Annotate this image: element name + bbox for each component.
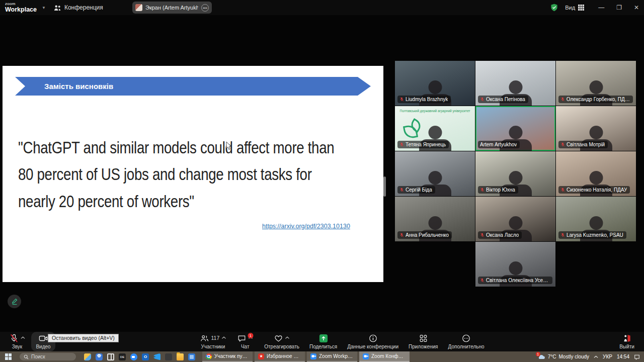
tab-screen-share-label: Экран (Artem Artyukhov) <box>145 5 198 11</box>
participant-tile[interactable]: Artem Artyukhov <box>475 106 555 151</box>
taskbar-window-favorites[interactable]: ★ Избранное – (1208) <box>255 351 305 362</box>
grid-view-icon <box>578 5 584 11</box>
weather-temp: 7°C <box>548 354 556 359</box>
taskbar-window-browser[interactable]: Участник публикаци... <box>202 351 253 362</box>
code-app-icon[interactable]: DE <box>119 353 126 360</box>
share-screen-icon <box>318 334 328 343</box>
shared-screen-slide: Замість висновків "ChatGPT and similar m… <box>3 66 383 282</box>
participants-button[interactable]: 117 Участники <box>197 332 229 351</box>
meeting-info-label: Данные конференции <box>347 344 398 349</box>
participant-tile[interactable]: Оксана Петінова <box>475 61 555 106</box>
tab-more-icon[interactable]: ••• <box>201 4 209 12</box>
leave-door-icon <box>622 334 631 343</box>
more-label: Дополнительно <box>448 344 485 349</box>
apps-button[interactable]: Приложения <box>406 332 441 351</box>
chrome-icon <box>206 353 212 359</box>
start-button[interactable] <box>5 353 12 360</box>
taskbar-window-zoom-meeting[interactable]: Zoom Конференция <box>359 351 410 362</box>
tray-chevron-icon[interactable] <box>594 355 598 358</box>
weather-condition: Mostly cloudy <box>559 354 590 359</box>
action-center-icon[interactable] <box>634 354 640 360</box>
view-button[interactable]: Вид <box>565 5 584 11</box>
slide-quote: "ChatGPT and similar models could affect… <box>18 134 377 215</box>
mic-muted-icon <box>480 97 485 102</box>
participant-name-label: Світлана Олексіївна Усенко <box>478 277 552 284</box>
participant-name: Тетяна Япринець <box>406 142 446 147</box>
participants-chevron-icon[interactable] <box>221 336 226 339</box>
mic-muted-icon <box>560 97 565 102</box>
chat-label: Чат <box>241 344 250 349</box>
audio-options-chevron-icon[interactable] <box>21 336 25 339</box>
chat-button[interactable]: 1 Чат <box>233 332 257 351</box>
participant-tile[interactable]: Віктор Юхна <box>475 151 555 196</box>
window-title: Zoom Конференция <box>371 353 406 359</box>
tab-screen-share[interactable]: Экран (Artem Artyukhov) ••• <box>132 2 212 14</box>
participant-tile[interactable]: Оксана Ласло <box>475 197 555 241</box>
language-indicator[interactable]: УКР <box>603 354 612 359</box>
maximize-button[interactable]: ❐ <box>616 4 622 11</box>
participant-name: Віктор Юхна <box>486 187 515 193</box>
participant-tile[interactable]: Олександр Горбенко, ПДАУ <box>556 61 636 106</box>
participant-name: Оксана Ласло <box>486 232 519 238</box>
vscode-icon[interactable] <box>153 353 160 360</box>
zoom-app-icon <box>363 353 369 359</box>
search-icon <box>24 354 29 359</box>
participant-tile[interactable]: Сизоненко Наталія, ПДАУ <box>556 151 636 196</box>
file-explorer-icon[interactable] <box>177 353 184 360</box>
participant-tile[interactable]: Liudmyla Brazhnyk <box>395 61 475 106</box>
clock[interactable]: 14:54 <box>617 354 629 359</box>
participant-name-label: Оксана Петінова <box>478 96 528 103</box>
react-chevron-icon[interactable] <box>285 336 290 339</box>
photos-app-icon[interactable] <box>188 353 195 360</box>
brand-bottom: Workplace <box>5 7 37 13</box>
leave-button[interactable]: Выйти <box>615 332 639 351</box>
widgets-icon[interactable] <box>84 353 91 360</box>
close-button[interactable]: ✕ <box>634 4 639 11</box>
react-label: Отреагировать <box>264 344 299 349</box>
participant-name: Сизоненко Наталія, ПДАУ <box>567 187 627 193</box>
tab-conference[interactable]: Конференция <box>54 4 103 11</box>
university-leaf-logo <box>403 120 422 138</box>
participant-name: Анна Рибальченко <box>406 232 449 238</box>
more-button[interactable]: Дополнительно <box>445 332 488 351</box>
meeting-info-button[interactable]: Данные конференции <box>344 332 401 351</box>
mic-muted-icon <box>480 187 485 193</box>
participant-tile[interactable]: Тетяна Япринець Полтавський державний аг… <box>395 106 475 151</box>
participant-tile[interactable]: Світлана Мотрій <box>556 106 636 151</box>
participant-tile[interactable]: Larysa Kuzmenko, PSAU <box>556 197 636 241</box>
participant-name-label: Сергій Біда <box>397 186 435 194</box>
annotate-button[interactable] <box>8 295 21 308</box>
weather-widget[interactable]: 1 7°C Mostly cloudy <box>537 354 589 359</box>
taskbar-window-zoom-workplace[interactable]: Zoom Workplace <box>307 351 357 362</box>
participant-tile[interactable]: Сергій Біда <box>395 151 475 196</box>
quote-line-3: nearly 20 percent of workers" <box>18 188 377 215</box>
app-icon[interactable] <box>165 353 172 360</box>
mic-muted-icon <box>560 232 565 238</box>
share-screen-button[interactable]: Поделиться <box>306 332 340 351</box>
heart-icon <box>274 334 283 343</box>
participant-name: Сергій Біда <box>406 187 432 193</box>
security-shield-icon[interactable] <box>550 4 558 12</box>
video-editor-icon[interactable] <box>107 353 114 360</box>
participant-name-label: Liudmyla Brazhnyk <box>397 96 451 103</box>
search-placeholder: Поиск <box>31 354 45 359</box>
window-title: Избранное – (1208) <box>267 353 301 359</box>
participant-name: Liudmyla Brazhnyk <box>406 97 448 102</box>
contact-app-icon[interactable] <box>96 353 103 360</box>
chevron-down-icon[interactable]: ▼ <box>42 6 46 10</box>
react-button[interactable]: Отреагировать <box>261 332 302 351</box>
outlook-icon[interactable]: O <box>142 353 149 360</box>
participant-name-label: Сизоненко Наталія, ПДАУ <box>558 186 630 194</box>
participant-tile[interactable]: Анна Рибальченко <box>395 197 475 241</box>
window-title: Zoom Workplace <box>319 353 354 359</box>
participant-tile[interactable]: Світлана Олексіївна Усенко <box>475 242 555 287</box>
participant-name: Світлана Олексіївна Усенко <box>486 278 549 283</box>
audio-button[interactable]: Звук <box>5 332 29 351</box>
participant-name: Олександр Горбенко, ПДАУ <box>567 97 630 102</box>
panel-resize-handle[interactable] <box>383 176 386 197</box>
minimize-button[interactable]: — <box>598 4 604 11</box>
mic-muted-icon <box>480 232 485 238</box>
taskbar-search[interactable]: Поиск <box>20 353 76 360</box>
participants-icon <box>200 334 209 343</box>
camera-app-icon[interactable] <box>130 353 137 360</box>
